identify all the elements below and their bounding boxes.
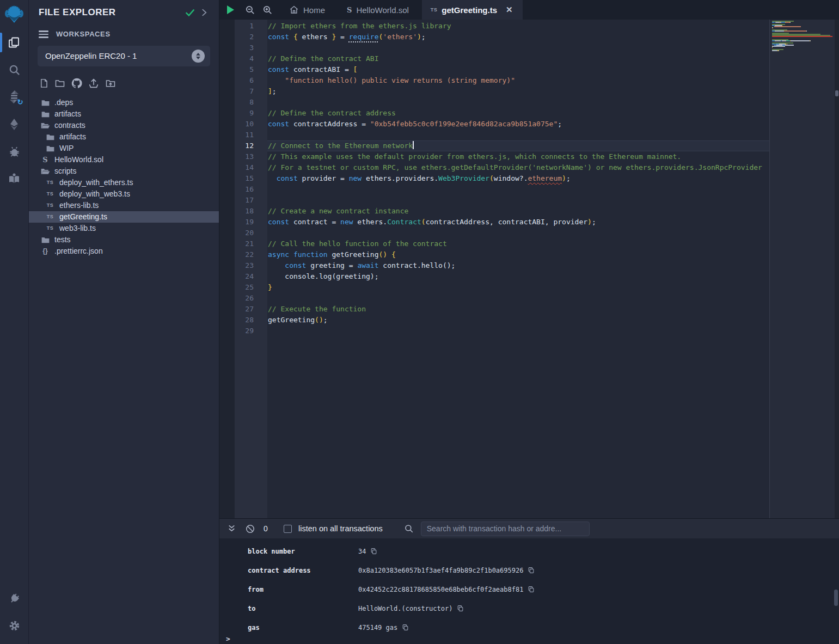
clear-console-ban-icon[interactable] <box>243 524 256 534</box>
editor-scrollbar-thumb[interactable] <box>835 90 838 96</box>
code-line-12[interactable]: // Connect to the Ethereum network <box>267 140 769 151</box>
copy-icon[interactable] <box>457 605 464 612</box>
collapse-panel-chevron-button[interactable] <box>197 5 211 20</box>
tree-item-tests[interactable]: tests <box>29 234 219 246</box>
folder-icon <box>45 133 56 140</box>
tree-item-deploy-with-web3-ts[interactable]: TSdeploy_with_web3.ts <box>29 188 219 200</box>
code-line-19[interactable]: const contract = new ethers.Contract(con… <box>267 217 769 228</box>
folder-icon <box>40 99 51 106</box>
tree-item-contracts[interactable]: contracts <box>29 120 219 131</box>
sidebar-item-debugger[interactable] <box>0 138 29 164</box>
sidebar-item-solidity-compiler[interactable]: ↻ <box>0 84 29 110</box>
code-line-18[interactable]: // Create a new contract instance <box>267 206 769 217</box>
tree-item-ethers-lib-ts[interactable]: TSethers-lib.ts <box>29 200 219 211</box>
terminal-search-input[interactable] <box>421 522 590 536</box>
tree-item-label: .prettierrc.json <box>54 247 103 255</box>
tab-helloworld-sol[interactable]: SHelloWorld.sol <box>338 0 418 20</box>
editor-gutter[interactable]: 1234567891011121314151617181920212223242… <box>235 20 267 518</box>
code-line-15[interactable]: const provider = new ethers.providers.We… <box>267 173 769 184</box>
sidebar-item-settings[interactable] <box>0 612 29 639</box>
sidebar-item-plugin-manager[interactable] <box>0 585 29 611</box>
code-editor[interactable]: 1234567891011121314151617181920212223242… <box>219 20 839 518</box>
code-line-10[interactable]: const contractAddress = "0xb54febb5c0c0f… <box>267 119 769 130</box>
tab-label: HelloWorld.sol <box>356 5 408 15</box>
code-line-4[interactable]: // Define the contract ABI <box>267 53 769 64</box>
plug-icon <box>8 592 21 605</box>
tree-item-scripts[interactable]: scripts <box>29 165 219 177</box>
close-tab-icon[interactable]: ✕ <box>505 5 514 15</box>
code-line-22[interactable]: async function getGreeting() { <box>267 249 769 260</box>
tree-item-deploy-with-ethers-ts[interactable]: TSdeploy_with_ethers.ts <box>29 177 219 188</box>
tab-getgreeting-ts[interactable]: TSgetGreeting.ts✕ <box>422 0 523 20</box>
code-line-16[interactable] <box>267 184 769 195</box>
code-line-3[interactable] <box>267 42 769 53</box>
upload-file-icon[interactable] <box>88 77 100 89</box>
tx-detail-row-gas: gas475149 gas <box>219 618 839 633</box>
tree-item-artifacts[interactable]: artifacts <box>29 131 219 143</box>
terminal-prompt[interactable]: > <box>219 633 839 644</box>
run-script-button[interactable] <box>219 0 241 20</box>
listen-transactions-checkbox[interactable] <box>284 525 292 533</box>
tree-item--deps[interactable]: .deps <box>29 97 219 108</box>
code-line-2[interactable]: const { ethers } = require('ethers'); <box>267 32 769 42</box>
editor-glyph-margin <box>219 20 235 518</box>
tree-item-wip[interactable]: WIP <box>29 143 219 154</box>
code-line-14[interactable]: // For a testnet or custom RPC, use ethe… <box>267 162 769 173</box>
code-line-24[interactable]: console.log(greeting); <box>267 271 769 282</box>
zoom-in-button[interactable] <box>259 0 276 20</box>
tree-item-web3-lib-ts[interactable]: TSweb3-lib.ts <box>29 223 219 234</box>
code-line-7[interactable]: ]; <box>267 86 769 97</box>
tabs-container: HomeSHelloWorld.solTSgetGreeting.ts✕ <box>276 0 523 20</box>
workspaces-menu-button[interactable] <box>39 29 48 39</box>
code-line-21[interactable]: // Call the hello function of the contra… <box>267 238 769 249</box>
copy-icon[interactable] <box>402 624 409 631</box>
new-folder-icon[interactable] <box>54 78 66 89</box>
sidebar-item-file-explorer[interactable] <box>0 29 29 56</box>
code-line-23[interactable]: const greeting = await contract.hello(); <box>267 260 769 271</box>
tree-item-label: contracts <box>54 121 85 130</box>
typescript-file-icon: TS <box>45 214 56 219</box>
tab-home[interactable]: Home <box>280 0 334 20</box>
zoom-out-button[interactable] <box>241 0 259 20</box>
sidebar-item-deploy-run[interactable] <box>0 111 29 137</box>
sidebar-item-learneth[interactable] <box>0 165 29 192</box>
bug-icon <box>8 145 21 158</box>
workspace-select[interactable]: OpenZeppelin ERC20 - 1 <box>38 46 210 66</box>
code-line-1[interactable]: // Import ethers from the ethers.js libr… <box>267 21 769 32</box>
code-line-5[interactable]: const contractABI = [ <box>267 64 769 75</box>
tree-item-artifacts[interactable]: artifacts <box>29 108 219 120</box>
editor-scrollbar[interactable] <box>835 20 839 518</box>
code-line-25[interactable]: } <box>267 282 769 293</box>
code-line-20[interactable] <box>267 228 769 238</box>
expand-terminal-icon[interactable] <box>225 524 238 533</box>
copy-icon[interactable] <box>528 586 535 593</box>
code-line-6[interactable]: "function hello() public view returns (s… <box>267 75 769 86</box>
terminal-scrollbar-thumb[interactable] <box>834 590 838 606</box>
github-icon[interactable] <box>71 77 83 89</box>
code-line-28[interactable]: getGreeting(); <box>267 315 769 326</box>
folder-icon <box>45 145 56 152</box>
code-line-29[interactable] <box>267 326 769 336</box>
code-line-13[interactable]: // This example uses the default provide… <box>267 151 769 162</box>
tree-item-getgreeting-ts[interactable]: TSgetGreeting.ts <box>29 211 219 223</box>
code-line-27[interactable]: // Execute the function <box>267 304 769 315</box>
remix-logo[interactable] <box>0 0 29 28</box>
editor-minimap[interactable] <box>769 20 835 518</box>
tree-item-helloworld-sol[interactable]: SHelloWorld.sol <box>29 154 219 165</box>
new-file-icon[interactable] <box>39 78 49 89</box>
editor-code-surface[interactable]: // Import ethers from the ethers.js libr… <box>267 20 769 518</box>
accept-check-button[interactable] <box>183 5 197 20</box>
sidebar-item-search[interactable] <box>0 57 29 83</box>
copy-icon[interactable] <box>370 548 377 555</box>
code-line-17[interactable] <box>267 195 769 206</box>
tree-item--prettierrc-json[interactable]: {}.prettierrc.json <box>29 246 219 257</box>
listen-transactions-label[interactable]: listen on all transactions <box>298 524 383 533</box>
code-line-11[interactable] <box>267 130 769 140</box>
code-line-9[interactable]: // Define the contract address <box>267 108 769 119</box>
copy-icon[interactable] <box>528 567 535 574</box>
upload-folder-icon[interactable] <box>105 78 117 89</box>
code-line-8[interactable] <box>267 97 769 108</box>
code-line-26[interactable] <box>267 293 769 304</box>
line-number: 25 <box>235 282 267 293</box>
typescript-file-icon: TS <box>45 191 56 197</box>
